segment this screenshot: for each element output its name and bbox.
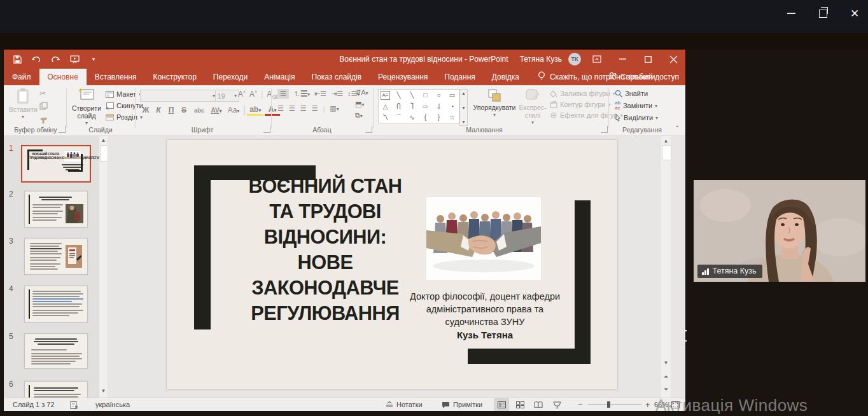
ribbon-display-options-icon[interactable] bbox=[587, 50, 606, 69]
bullets-button[interactable]: ☰ bbox=[277, 89, 289, 99]
right-arrow-shape-icon[interactable]: ⇨ bbox=[423, 103, 428, 111]
change-case-button[interactable]: Aa▾ bbox=[225, 106, 242, 114]
tab-slideshow[interactable]: Показ слайдів bbox=[303, 69, 370, 85]
shapes-scroll-up-icon[interactable]: ▲ bbox=[461, 91, 466, 95]
ppt-maximize-button[interactable] bbox=[638, 50, 657, 69]
justify-button[interactable]: ☰ bbox=[312, 104, 318, 113]
pie-shape-icon[interactable]: ◔ bbox=[450, 103, 454, 111]
thumbnail-scrollbar[interactable]: ▲ ▼ bbox=[99, 136, 108, 398]
ppt-minimize-button[interactable] bbox=[613, 50, 632, 69]
star-shape-icon[interactable]: ☆ bbox=[449, 114, 455, 121]
slideshow-view-button[interactable] bbox=[549, 398, 564, 411]
slide-title[interactable]: ВОЄННИЙ СТАН ТА ТРУДОВІ ВІДНОСИНИ: НОВЕ … bbox=[220, 173, 430, 326]
current-slide[interactable]: ВОЄННИЙ СТАН ТА ТРУДОВІ ВІДНОСИНИ: НОВЕ … bbox=[167, 140, 617, 389]
save-icon[interactable] bbox=[11, 53, 23, 65]
down-arrow-shape-icon[interactable]: ⇩ bbox=[436, 103, 441, 111]
strike-abc-button[interactable]: abc bbox=[191, 107, 207, 114]
outer-minimize-button[interactable] bbox=[783, 6, 799, 20]
thumb-scroll-down-icon[interactable]: ▼ bbox=[99, 387, 108, 395]
line-shape-icon[interactable]: ╲ bbox=[396, 92, 400, 99]
zoom-out-button[interactable]: − bbox=[578, 398, 583, 411]
handshake-image[interactable] bbox=[426, 197, 541, 280]
outer-restore-button[interactable] bbox=[815, 6, 831, 20]
slide-sorter-view-button[interactable] bbox=[512, 398, 528, 411]
rectangle-shape-icon[interactable]: □ bbox=[423, 92, 427, 99]
shape-fill-button[interactable]: Заливка фігури▾ bbox=[550, 90, 623, 97]
normal-view-button[interactable] bbox=[494, 398, 509, 411]
shapes-scroll-down-icon[interactable]: ▼ bbox=[461, 106, 466, 110]
oval-shape-icon[interactable]: ○ bbox=[437, 92, 440, 99]
rounded-rect-shape-icon[interactable]: ▭ bbox=[449, 92, 455, 99]
slide-thumbnail-4[interactable] bbox=[24, 286, 88, 322]
previous-slide-icon[interactable]: ⏶ bbox=[661, 373, 671, 381]
font-dialog-launcher[interactable] bbox=[263, 126, 270, 133]
decrease-indent-button[interactable]: ⇤☰ bbox=[314, 90, 326, 98]
underline-button[interactable]: П bbox=[165, 106, 177, 114]
slide-thumbnail-5[interactable] bbox=[24, 333, 88, 369]
textbox-shape-icon[interactable]: A≡ bbox=[381, 91, 389, 100]
italic-button[interactable]: К bbox=[153, 106, 164, 114]
shape-effects-button[interactable]: Ефекти для фігур▾ bbox=[550, 111, 623, 119]
spellcheck-icon[interactable] bbox=[70, 398, 78, 411]
zoom-in-button[interactable]: + bbox=[645, 398, 650, 411]
reset-button[interactable]: Скинути bbox=[106, 102, 143, 109]
tab-insert[interactable]: Вставлення bbox=[87, 69, 145, 85]
reading-view-button[interactable] bbox=[531, 398, 546, 411]
convert-smartart-button[interactable]: ⧉▾ bbox=[355, 111, 368, 120]
cut-icon[interactable]: ✂ bbox=[39, 89, 48, 98]
collapse-ribbon-icon[interactable]: ⌃ bbox=[675, 125, 680, 132]
zoom-slider[interactable] bbox=[588, 404, 641, 405]
shapes-more-icon[interactable]: ▼ bbox=[461, 120, 466, 124]
new-slide-button[interactable]: Створити слайд ▾ bbox=[70, 88, 103, 127]
shapes-gallery[interactable]: A≡ ╲ ╲ □ ○ ▭ △ Ⴖ Ⴈ ⇨ ⇩ ◔ 〽 ⌒ ∿ { } ☆ bbox=[378, 89, 459, 123]
tab-transitions[interactable]: Переходи bbox=[205, 69, 256, 85]
increase-indent-button[interactable]: ⇥☰ bbox=[331, 90, 343, 98]
slide-subtitle[interactable]: Доктор філософії, доцент кафедри адмініс… bbox=[409, 290, 561, 328]
next-slide-icon[interactable]: ⏷ bbox=[661, 385, 671, 394]
account-name[interactable]: Тетяна Кузь bbox=[520, 55, 562, 64]
curve-shape-icon[interactable]: ∿ bbox=[409, 114, 414, 121]
paragraph-dialog-launcher[interactable] bbox=[365, 126, 372, 133]
undo-icon[interactable] bbox=[31, 53, 42, 65]
language-indicator[interactable]: українська bbox=[95, 398, 130, 411]
section-button[interactable]: Розділ▾ bbox=[106, 113, 143, 121]
scroll-thumb[interactable] bbox=[662, 145, 671, 160]
zoom-slider-thumb[interactable] bbox=[607, 401, 610, 408]
shape-outline-button[interactable]: Контур фігури▾ bbox=[550, 101, 623, 108]
slide-author[interactable]: Кузь Тетяна bbox=[409, 329, 561, 340]
highlight-color-button[interactable]: ab▾ bbox=[247, 105, 263, 116]
font-name-combo[interactable]: ▾ bbox=[140, 90, 218, 102]
editor-scrollbar[interactable]: ▲ ▼ ⏶ ⏷ bbox=[661, 136, 671, 398]
quick-styles-button[interactable]: Експрес-стилі ▾ bbox=[518, 88, 547, 127]
tab-view[interactable]: Подання bbox=[436, 69, 483, 85]
align-text-button[interactable]: ⬒▾ bbox=[355, 100, 368, 108]
copy-icon[interactable] bbox=[39, 101, 48, 113]
font-size-combo[interactable]: 19▾ bbox=[215, 90, 239, 102]
layout-button[interactable]: Макет▾ bbox=[106, 90, 143, 98]
notes-button[interactable]: Нотатки bbox=[386, 398, 423, 411]
character-spacing-button[interactable]: AV▾ bbox=[209, 107, 224, 114]
tab-home[interactable]: Основне bbox=[39, 69, 87, 85]
account-avatar[interactable]: ТК bbox=[568, 53, 581, 66]
arrange-button[interactable]: Упорядкувати ▾ bbox=[472, 88, 517, 119]
scroll-down-icon[interactable]: ▼ bbox=[661, 359, 671, 367]
tab-help[interactable]: Довідка bbox=[484, 69, 528, 85]
left-brace-shape-icon[interactable]: { bbox=[424, 114, 426, 121]
bold-button[interactable]: Ж bbox=[140, 106, 151, 114]
slide-thumbnail-1[interactable]: ВОЄННИЙ СТАНТА ТРУДОВІВІДНОСИНИ:НОВЕЗАКО… bbox=[21, 145, 91, 183]
align-center-button[interactable]: ☰ bbox=[289, 104, 295, 113]
shrink-font-button[interactable]: A˅ bbox=[249, 90, 257, 100]
slide-editor[interactable]: ВОЄННИЙ СТАН ТА ТРУДОВІ ВІДНОСИНИ: НОВЕ … bbox=[108, 136, 672, 398]
shapes-gallery-scroll[interactable]: ▲ ▼ ▼ bbox=[459, 89, 468, 126]
tab-animations[interactable]: Анімація bbox=[256, 69, 303, 85]
slide-thumbnail-panel[interactable]: 1 ВОЄННИЙ СТАНТА ТРУДОВІВІДНОСИНИ:НОВЕЗА… bbox=[4, 136, 108, 398]
drawing-dialog-launcher[interactable] bbox=[601, 126, 608, 133]
outer-close-button[interactable]: ✕ bbox=[846, 6, 863, 20]
right-brace-shape-icon[interactable]: } bbox=[438, 114, 440, 121]
slide-thumbnail-6[interactable] bbox=[24, 381, 88, 398]
slide-thumbnail-3[interactable] bbox=[24, 238, 88, 275]
tab-file[interactable]: Файл bbox=[4, 69, 39, 85]
tab-design[interactable]: Конструктор bbox=[144, 69, 204, 85]
clipboard-dialog-launcher[interactable] bbox=[59, 126, 66, 133]
scroll-up-icon[interactable]: ▲ bbox=[661, 137, 671, 145]
